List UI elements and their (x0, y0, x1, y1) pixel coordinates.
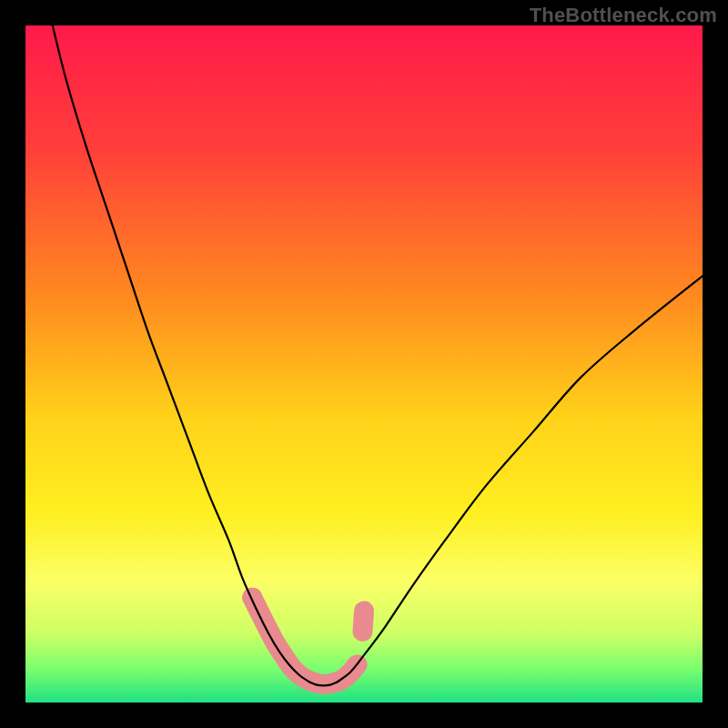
series-left-curve (53, 25, 310, 682)
series-right-curve (337, 276, 703, 682)
watermark-text: TheBottleneck.com (530, 4, 717, 27)
highlight-markers (242, 588, 364, 684)
line-series (53, 25, 703, 685)
chart-frame: TheBottleneck.com (0, 0, 728, 728)
svg-point-1 (242, 588, 262, 608)
curves-layer (25, 25, 703, 703)
plot-inner (25, 25, 703, 703)
plot-area (25, 25, 703, 703)
